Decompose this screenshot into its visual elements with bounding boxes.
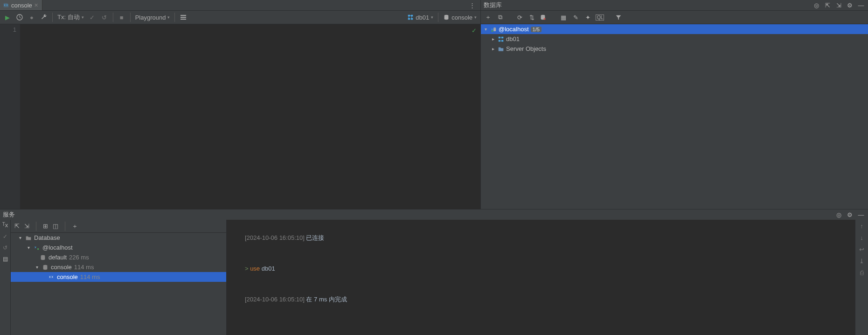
copy-icon[interactable]: ⧉ [496,14,504,21]
database-panel: 数据库 ◎ ⇱ ⇲ ⚙ — ＋ ⧉ ⟳ ⇅ ▦ ✎ ✦ QL [481,0,868,209]
refresh-icon[interactable]: ⟳ [515,14,524,21]
tree-node-label: @localhost [42,244,73,251]
edit-icon[interactable]: ✎ [571,14,580,21]
output-right-gutter: ↑ ↓ ↩ ⤓ ⎙ [855,220,868,335]
tree-node-database[interactable]: ▾ Database [11,233,226,243]
target-icon[interactable]: ◎ [834,211,843,218]
schema-count-badge: 1/5 [531,27,542,32]
svg-point-17 [37,248,39,250]
svg-rect-13 [499,36,500,38]
tree-node-console[interactable]: ▾ console 114 ms [11,262,226,272]
cancel-icon[interactable]: ■ [116,12,127,23]
tab-more-icon[interactable]: ⋮ [466,0,478,11]
editor-tab-bar: console ✕ ⋮ [0,0,480,10]
history-icon[interactable] [14,12,25,23]
target-icon[interactable]: ◎ [812,2,820,9]
table-icon[interactable]: ▦ [559,14,568,21]
tree-node-default[interactable]: default 226 ms [11,252,226,262]
tree-node-db01[interactable]: ▸ db01 [481,34,868,44]
filter-icon[interactable] [615,14,624,21]
print-icon[interactable]: ⎙ [860,269,864,276]
chevron-down-icon[interactable]: ▾ [17,235,23,240]
tree-node-label: db01 [506,35,520,42]
schema-dropdown[interactable]: db01 ▾ [405,12,435,23]
down-icon[interactable]: ↓ [860,234,863,241]
collapse-all-icon[interactable]: ⇲ [24,223,29,230]
console-dropdown[interactable]: console ▾ [441,12,479,23]
tab-label: console [11,2,32,9]
check-ok-icon: ✓ [472,27,477,34]
up-icon[interactable]: ↑ [860,223,863,230]
svg-rect-1 [181,15,186,16]
chevron-down-icon[interactable]: ▾ [483,27,488,32]
sql-icon[interactable]: QL [596,14,604,21]
expand-icon[interactable]: ⇱ [823,2,832,9]
tree-node-label: Server Objects [506,45,546,52]
session-icon [42,264,49,271]
commit-icon[interactable]: ✓ [3,233,7,240]
tree-node-label: default [49,254,67,261]
collapse-icon[interactable]: ⇲ [834,2,843,9]
tree-node-host[interactable]: ▾ @localhost [11,243,226,252]
panel-title: 服务 [3,210,834,219]
rollback-icon[interactable]: ↺ [99,12,110,23]
output-timestamp: [2024-10-06 16:05:10] [245,296,305,303]
tree-node-console-child[interactable]: console 114 ms [11,272,226,282]
tab-console[interactable]: console ✕ [0,0,42,10]
settings-icon[interactable] [178,12,189,23]
gear-icon[interactable]: ⚙ [846,211,854,218]
expand-all-icon[interactable]: ⇱ [14,223,20,230]
svg-rect-16 [501,40,503,42]
hide-icon[interactable]: — [857,211,865,218]
add-icon[interactable]: ＋ [72,222,78,230]
sync-icon[interactable]: ⇅ [528,14,536,21]
services-header: 服务 ◎ ⚙ — [0,209,868,220]
wrap-icon[interactable]: ↩ [859,246,864,253]
svg-point-19 [43,265,48,266]
services-tree: ▾ Database ▾ @localhost default 226 ms ▾ [11,233,226,335]
services-panel: 服务 ◎ ⚙ — Tx ✓ ↺ ▤ ⇱ ⇲ ⊞ ◫ ＋ ▾ [0,209,868,335]
grid-icon[interactable]: ⊞ [43,223,48,230]
scroll-end-icon[interactable]: ⤓ [859,258,864,265]
chevron-down-icon[interactable]: ▾ [26,245,31,250]
datasource-icon [34,244,40,251]
separator [130,13,131,22]
output-console[interactable]: [2024-10-06 16:05:10] 已连接 > use db01 [20… [227,220,868,335]
code-editor[interactable] [21,24,480,209]
svg-point-9 [541,15,545,17]
stop-db-icon[interactable] [540,14,548,21]
commit-icon[interactable]: ✓ [87,12,98,23]
editor-body: 1 ✓ [0,24,480,209]
tree-node-server-objects[interactable]: ▸ Server Objects [481,44,868,54]
stop-icon[interactable]: ● [26,12,37,23]
layout-icon[interactable]: ▤ [3,256,8,262]
tree-node-time: 114 ms [74,264,94,271]
chevron-down-icon[interactable]: ▾ [34,265,40,270]
wrench-icon[interactable] [38,12,49,23]
run-button[interactable]: ▶ [2,12,13,23]
svg-point-18 [41,255,45,257]
datasource-icon [443,14,450,21]
hide-icon[interactable]: — [857,2,865,9]
gear-icon[interactable]: ⚙ [846,2,854,9]
tx-icon[interactable]: Tx [2,222,8,229]
datasource-icon [490,26,497,33]
folder-icon [25,235,32,241]
separator [65,222,65,231]
schema-icon [407,14,414,21]
add-icon[interactable]: ＋ [484,13,492,21]
session-icon [40,254,46,261]
output-text: 在 7 ms 内完成 [306,296,347,303]
key-icon[interactable]: ✦ [583,14,592,21]
window-icon[interactable]: ◫ [53,223,58,230]
playground-dropdown[interactable]: Playground ▾ [133,12,172,23]
tree-node-label: Database [34,234,60,241]
chevron-right-icon[interactable]: ▸ [490,46,496,51]
tree-node-host[interactable]: ▾ @localhost 1/5 [481,24,868,34]
database-tree: ▾ @localhost 1/5 ▸ db01 ▸ Server Objects [481,24,868,209]
rollback-icon[interactable]: ↺ [3,244,7,251]
tree-node-time: 226 ms [69,254,89,261]
chevron-right-icon[interactable]: ▸ [490,36,496,42]
close-icon[interactable]: ✕ [34,2,38,8]
tx-mode-dropdown[interactable]: Tx: 自动 ▾ [56,12,86,23]
